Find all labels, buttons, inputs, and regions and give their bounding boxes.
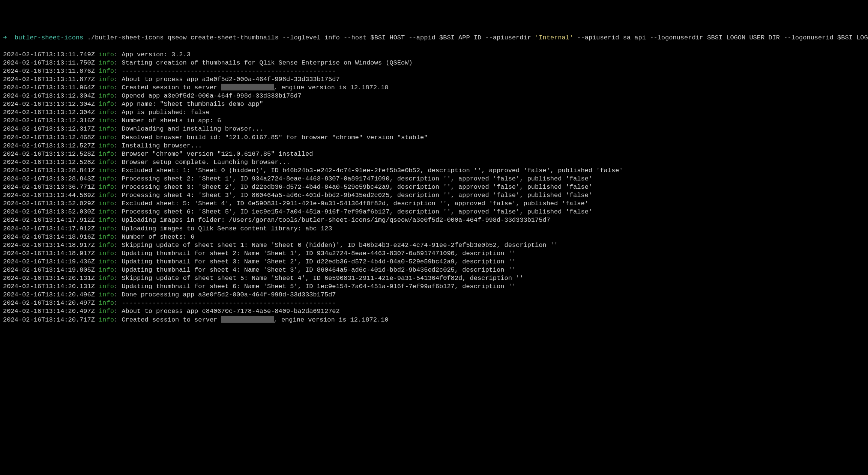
timestamp: 2024-02-16T13:13:11.877Z (3, 76, 95, 83)
log-level: info (99, 308, 114, 315)
timestamp: 2024-02-16T13:14:17.912Z (3, 216, 95, 224)
timestamp: 2024-02-16T13:13:11.964Z (3, 84, 95, 91)
log-level: info (99, 68, 114, 75)
timestamp: 2024-02-16T13:14:20.496Z (3, 291, 95, 298)
prompt-arrow-icon: ➜ (3, 34, 7, 41)
log-message: : Updating thumbnail for sheet 4: Name '… (114, 266, 516, 274)
log-line: 2024-02-16T13:14:19.805Z info: Updating … (3, 266, 865, 274)
log-message: : Opened app a3e0f5d2-000a-464f-998d-33d… (114, 92, 302, 99)
log-message: : Number of sheets in app: 6 (114, 117, 221, 124)
log-line: 2024-02-16T13:13:52.029Z info: Excluded … (3, 200, 865, 208)
prompt-dir: butler-sheet-icons (15, 34, 84, 41)
log-line: 2024-02-16T13:13:12.468Z info: Resolved … (3, 134, 865, 142)
log-message: : --------------------------------------… (114, 299, 336, 307)
log-line: 2024-02-16T13:13:12.304Z info: App name:… (3, 100, 865, 108)
log-line: 2024-02-16T13:13:11.877Z info: About to … (3, 75, 865, 84)
command-bin: ./butler-sheet-icons (87, 34, 164, 41)
cmd-p2: --apiuserid sa_api --logonuserdir $BSI_L… (573, 34, 868, 41)
log-level: info (99, 316, 114, 323)
log-level: info (99, 150, 114, 158)
log-level: info (99, 208, 114, 215)
log-level: info (99, 250, 114, 257)
log-line: 2024-02-16T13:14:20.717Z info: Created s… (3, 316, 865, 324)
log-line: 2024-02-16T13:13:28.841Z info: Excluded … (3, 167, 865, 175)
log-message: : Processing sheet 2: 'Sheet 1', ID 934a… (114, 175, 592, 182)
log-line: 2024-02-16T13:14:18.916Z info: Number of… (3, 233, 865, 241)
log-message: : Starting creation of thumbnails for Ql… (114, 59, 413, 66)
log-level: info (99, 299, 114, 307)
log-message: : Number of sheets: 6 (114, 233, 194, 241)
log-level: info (99, 200, 114, 207)
log-message: : Updating thumbnail for sheet 2: Name '… (114, 250, 516, 257)
log-line: 2024-02-16T13:14:18.917Z info: Skipping … (3, 241, 865, 250)
timestamp: 2024-02-16T13:13:12.468Z (3, 134, 95, 141)
log-line: 2024-02-16T13:13:12.317Z info: Downloadi… (3, 125, 865, 133)
log-message: : Excluded sheet: 1: 'Sheet 0 (hidden)',… (114, 167, 623, 174)
timestamp: 2024-02-16T13:13:12.304Z (3, 101, 95, 108)
timestamp: 2024-02-16T13:14:20.717Z (3, 316, 95, 323)
log-line: 2024-02-16T13:13:12.528Z info: Browser "… (3, 150, 865, 158)
terminal-output: 2024-02-16T13:13:11.749Z info: App versi… (3, 51, 865, 324)
log-line: 2024-02-16T13:13:36.771Z info: Processin… (3, 183, 865, 191)
log-message: : Excluded sheet: 5: 'Sheet 4', ID 6e590… (114, 200, 589, 207)
log-level: info (99, 192, 114, 199)
timestamp: 2024-02-16T13:14:18.917Z (3, 242, 95, 249)
log-message: : --------------------------------------… (114, 68, 336, 75)
log-message: : Uploading images to Qlik Sense content… (114, 225, 332, 232)
log-level: info (99, 125, 114, 132)
timestamp: 2024-02-16T13:14:20.497Z (3, 299, 95, 307)
log-level: info (99, 266, 114, 274)
log-line: 2024-02-16T13:14:20.497Z info: ---------… (3, 299, 865, 307)
log-message: : Browser "chrome" version "121.0.6167.8… (114, 150, 313, 158)
log-message: : Browser setup complete. Launching brow… (114, 159, 290, 166)
log-message: : About to process app a3e0f5d2-000a-464… (114, 76, 340, 83)
timestamp: 2024-02-16T13:14:20.131Z (3, 283, 95, 290)
timestamp: 2024-02-16T13:14:19.436Z (3, 258, 95, 265)
log-line: 2024-02-16T13:13:11.750Z info: Starting … (3, 59, 865, 67)
timestamp: 2024-02-16T13:14:18.916Z (3, 233, 95, 241)
timestamp: 2024-02-16T13:13:28.841Z (3, 167, 95, 174)
timestamp: 2024-02-16T13:13:44.589Z (3, 192, 95, 199)
log-message: : Skipping update of sheet sheet 1: Name… (114, 242, 558, 249)
log-level: info (99, 109, 114, 116)
log-level: info (99, 84, 114, 91)
log-line: 2024-02-16T13:13:52.030Z info: Processin… (3, 208, 865, 216)
log-level: info (99, 175, 114, 182)
log-message: : Skipping update of sheet sheet 5: Name… (114, 275, 524, 282)
timestamp: 2024-02-16T13:13:11.750Z (3, 59, 95, 66)
timestamp: 2024-02-16T13:14:19.805Z (3, 266, 95, 274)
command-line: ➜ butler-sheet-icons ./butler-sheet-icon… (3, 34, 865, 42)
log-line: 2024-02-16T13:13:11.876Z info: ---------… (3, 67, 865, 75)
timestamp: 2024-02-16T13:13:11.876Z (3, 68, 95, 75)
redacted-hostname (221, 84, 274, 90)
timestamp: 2024-02-16T13:13:12.527Z (3, 142, 95, 149)
timestamp: 2024-02-16T13:13:36.771Z (3, 183, 95, 191)
log-level: info (99, 51, 114, 58)
log-level: info (99, 183, 114, 191)
log-line: 2024-02-16T13:13:12.528Z info: Browser s… (3, 158, 865, 167)
log-level: info (99, 275, 114, 282)
log-message: : Processing sheet 4: 'Sheet 3', ID 8604… (114, 192, 592, 199)
log-level: info (99, 159, 114, 166)
log-level: info (99, 134, 114, 141)
log-level: info (99, 233, 114, 241)
redacted-hostname (221, 316, 274, 323)
log-line: 2024-02-16T13:13:44.589Z info: Processin… (3, 191, 865, 200)
log-line: 2024-02-16T13:14:17.912Z info: Uploading… (3, 216, 865, 224)
log-line: 2024-02-16T13:14:18.917Z info: Updating … (3, 250, 865, 258)
timestamp: 2024-02-16T13:13:12.316Z (3, 117, 95, 124)
log-message: : App is published: false (114, 109, 210, 116)
log-line: 2024-02-16T13:13:12.527Z info: Installin… (3, 142, 865, 150)
log-level: info (99, 283, 114, 290)
log-level: info (99, 225, 114, 232)
timestamp: 2024-02-16T13:14:20.497Z (3, 308, 95, 315)
log-line: 2024-02-16T13:13:11.749Z info: App versi… (3, 51, 865, 59)
log-line: 2024-02-16T13:14:20.496Z info: Done proc… (3, 291, 865, 299)
log-message: : Processing sheet 3: 'Sheet 2', ID d22e… (114, 183, 592, 191)
timestamp: 2024-02-16T13:14:20.131Z (3, 275, 95, 282)
log-line: 2024-02-16T13:13:28.843Z info: Processin… (3, 175, 865, 183)
cmd-q1: 'Internal' (535, 34, 573, 41)
timestamp: 2024-02-16T13:13:12.528Z (3, 150, 95, 158)
timestamp: 2024-02-16T13:13:11.749Z (3, 51, 95, 58)
log-level: info (99, 117, 114, 124)
